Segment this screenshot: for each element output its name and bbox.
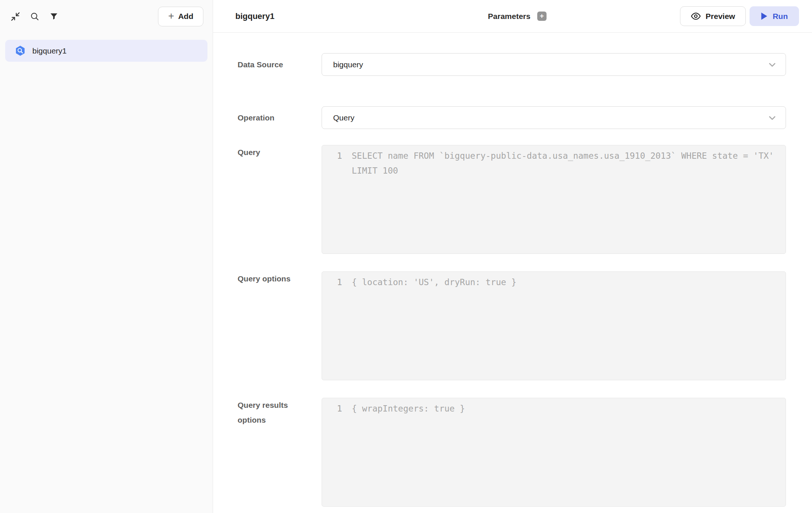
query-code-editor[interactable]: 1 SELECT name FROM `bigquery-public-data… (322, 145, 786, 254)
query-results-options-row: Query results options 1 { wrapIntegers: … (238, 398, 786, 507)
sidebar-toolbar: + Add (0, 0, 213, 33)
play-icon (761, 12, 768, 20)
query-results-options-editor[interactable]: 1 { wrapIntegers: true } (322, 398, 786, 507)
run-button[interactable]: Run (750, 6, 799, 26)
chevron-down-icon (767, 59, 777, 70)
operation-row: Operation Query (238, 106, 786, 129)
query-results-options-label: Query results options (238, 398, 322, 428)
query-options-editor[interactable]: 1 { location: 'US', dryRun: true } (322, 271, 786, 380)
query-options-row: Query options 1 { location: 'US', dryRun… (238, 271, 786, 380)
plus-icon: + (168, 11, 174, 21)
operation-select[interactable]: Query (322, 106, 786, 129)
query-label: Query (238, 145, 322, 160)
bigquery-icon (14, 45, 26, 57)
query-options-field: 1 { location: 'US', dryRun: true } (322, 271, 786, 380)
header-left: bigquery1 (235, 12, 488, 21)
collapse-panel-button[interactable] (7, 9, 23, 24)
query-code-text: SELECT name FROM `bigquery-public-data.u… (352, 148, 777, 178)
page-title: bigquery1 (235, 12, 274, 21)
code-line: 1 { wrapIntegers: true } (331, 401, 777, 416)
eye-icon (691, 11, 701, 21)
add-query-button[interactable]: + Add (158, 7, 203, 26)
preview-button[interactable]: Preview (680, 6, 746, 26)
data-source-row: Data Source bigquery (238, 53, 786, 76)
add-button-label: Add (178, 12, 193, 21)
code-line: 1 SELECT name FROM `bigquery-public-data… (331, 148, 777, 178)
query-list-item-bigquery1[interactable]: bigquery1 (5, 40, 207, 62)
query-field: 1 SELECT name FROM `bigquery-public-data… (322, 145, 786, 254)
operation-label: Operation (238, 110, 322, 125)
add-parameter-button[interactable]: + (537, 12, 547, 21)
search-icon (30, 12, 40, 22)
collapse-icon (10, 12, 20, 22)
query-options-code-text: { location: 'US', dryRun: true } (352, 275, 516, 290)
query-sidebar: + Add bigquery1 (0, 0, 213, 513)
data-source-select[interactable]: bigquery (322, 53, 786, 76)
data-source-value: bigquery (333, 60, 363, 69)
filter-button[interactable] (46, 9, 62, 24)
plus-icon: + (540, 12, 544, 19)
operation-field: Query (322, 106, 786, 129)
query-row: Query 1 SELECT name FROM `bigquery-publi… (238, 145, 786, 254)
line-number: 1 (331, 275, 342, 290)
line-number: 1 (331, 148, 342, 163)
chevron-down-icon (767, 113, 777, 123)
query-form: Data Source bigquery Operation (213, 33, 812, 513)
query-results-options-code-text: { wrapIntegers: true } (352, 401, 465, 416)
app-root: + Add bigquery1 bigquery1 (0, 0, 812, 513)
filter-icon (49, 12, 58, 21)
query-item-label: bigquery1 (32, 46, 67, 55)
preview-button-label: Preview (706, 12, 735, 21)
line-number: 1 (331, 401, 342, 416)
run-button-label: Run (773, 12, 788, 21)
query-options-label: Query options (238, 271, 322, 286)
query-list: bigquery1 (0, 33, 213, 62)
parameters-label: Parameters (488, 12, 530, 21)
parameters-section: Parameters + (488, 12, 546, 21)
header-actions: Preview Run (547, 6, 799, 26)
data-source-label: Data Source (238, 57, 322, 72)
code-line: 1 { location: 'US', dryRun: true } (331, 275, 777, 290)
search-button[interactable] (27, 9, 42, 24)
main-header: bigquery1 Parameters + Preview (213, 0, 812, 33)
query-results-options-field: 1 { wrapIntegers: true } (322, 398, 786, 507)
main-panel: bigquery1 Parameters + Preview (213, 0, 812, 513)
data-source-field: bigquery (322, 53, 786, 76)
operation-value: Query (333, 113, 354, 122)
